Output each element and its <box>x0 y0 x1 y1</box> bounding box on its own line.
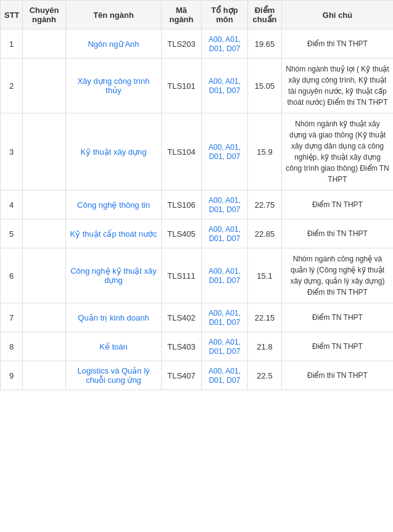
cell-stt: 4 <box>1 190 23 219</box>
col-header-ten-nganh: Tên ngành <box>66 1 162 30</box>
cell-ghi-chu: Nhóm ngành kỹ thuật xây dựng và giao thô… <box>282 113 394 190</box>
cell-to-hop-mon: A00, A01,D01, D07 <box>202 248 248 303</box>
to-hop-mon-value: A00, A01,D01, D07 <box>209 267 241 285</box>
cell-stt: 9 <box>1 361 23 390</box>
to-hop-mon-value: A00, A01,D01, D07 <box>209 77 241 95</box>
cell-ten-nganh[interactable]: Quản trị kinh doanh <box>66 303 162 332</box>
cell-chuyen-nganh <box>23 303 66 332</box>
cell-ten-nganh[interactable]: Xây dựng công trình thủy <box>66 59 162 113</box>
table-row: 8Kế toánTLS403A00, A01,D01, D0721.8Điểm … <box>1 332 394 361</box>
col-header-ma-nganh: Mã ngành <box>162 1 202 30</box>
to-hop-mon-value: A00, A01,D01, D07 <box>209 225 241 243</box>
cell-to-hop-mon: A00, A01,D01, D07 <box>202 59 248 113</box>
cell-diem-chuan: 22.85 <box>248 219 282 248</box>
cell-chuyen-nganh <box>23 361 66 390</box>
cell-stt: 6 <box>1 248 23 303</box>
cell-ma-nganh: TLS104 <box>162 113 202 190</box>
cell-ma-nganh: TLS101 <box>162 59 202 113</box>
ten-nganh-link[interactable]: Kế toán <box>99 342 128 351</box>
cell-stt: 5 <box>1 219 23 248</box>
cell-ten-nganh[interactable]: Công nghệ kỹ thuật xây dựng <box>66 248 162 303</box>
table-row: 6Công nghệ kỹ thuật xây dựngTLS111A00, A… <box>1 248 394 303</box>
cell-stt: 7 <box>1 303 23 332</box>
ten-nganh-link[interactable]: Quản trị kinh doanh <box>78 313 149 322</box>
cell-ghi-chu: Nhóm ngành công nghệ và quản lý (Công ng… <box>282 248 394 303</box>
cell-stt: 8 <box>1 332 23 361</box>
cell-ghi-chu: Điểm TN THPT <box>282 303 394 332</box>
ten-nganh-link[interactable]: Kỹ thuật cấp thoát nước <box>70 229 157 239</box>
cell-ma-nganh: TLS111 <box>162 248 202 303</box>
cell-to-hop-mon: A00, A01,D01, D07 <box>202 303 248 332</box>
cell-ten-nganh[interactable]: Kế toán <box>66 332 162 361</box>
cell-chuyen-nganh <box>23 30 66 59</box>
to-hop-mon-value: A00, A01,D01, D07 <box>209 196 241 214</box>
to-hop-mon-value: A00, A01,D01, D07 <box>209 309 241 327</box>
ten-nganh-link[interactable]: Công nghệ kỹ thuật xây dựng <box>70 266 157 285</box>
cell-chuyen-nganh <box>23 59 66 113</box>
cell-chuyen-nganh <box>23 248 66 303</box>
header-row: STT Chuyên ngành Tên ngành Mã ngành Tổ h… <box>1 1 394 30</box>
cell-chuyen-nganh <box>23 113 66 190</box>
table-row: 7Quản trị kinh doanhTLS402A00, A01,D01, … <box>1 303 394 332</box>
cell-stt: 3 <box>1 113 23 190</box>
to-hop-mon-value: A00, A01,D01, D07 <box>209 338 241 356</box>
cell-ghi-chu: Điểm thi TN THPT <box>282 219 394 248</box>
col-header-to-hop-mon: Tổ hợp môn <box>202 1 248 30</box>
table-row: 2Xây dựng công trình thủyTLS101A00, A01,… <box>1 59 394 113</box>
cell-diem-chuan: 22.15 <box>248 303 282 332</box>
cell-chuyen-nganh <box>23 332 66 361</box>
cell-to-hop-mon: A00, A01,D01, D07 <box>202 190 248 219</box>
cell-diem-chuan: 19.65 <box>248 30 282 59</box>
table-row: 1Ngôn ngữ AnhTLS203A00, A01,D01, D0719.6… <box>1 30 394 59</box>
cell-ma-nganh: TLS106 <box>162 190 202 219</box>
table-row: 9Logistics và Quản lý chuỗi cung ứngTLS4… <box>1 361 394 390</box>
cell-to-hop-mon: A00, A01,D01, D07 <box>202 361 248 390</box>
table-container: STT Chuyên ngành Tên ngành Mã ngành Tổ h… <box>0 0 393 390</box>
cell-to-hop-mon: A00, A01,D01, D07 <box>202 219 248 248</box>
cell-chuyen-nganh <box>23 190 66 219</box>
to-hop-mon-value: A00, A01,D01, D07 <box>209 143 241 161</box>
to-hop-mon-value: A00, A01,D01, D07 <box>209 35 241 53</box>
cell-ma-nganh: TLS405 <box>162 219 202 248</box>
cell-ma-nganh: TLS403 <box>162 332 202 361</box>
table-row: 3Kỹ thuật xây dựngTLS104A00, A01,D01, D0… <box>1 113 394 190</box>
cell-diem-chuan: 21.8 <box>248 332 282 361</box>
cell-to-hop-mon: A00, A01,D01, D07 <box>202 113 248 190</box>
cell-ten-nganh[interactable]: Ngôn ngữ Anh <box>66 30 162 59</box>
cell-to-hop-mon: A00, A01,D01, D07 <box>202 332 248 361</box>
cell-diem-chuan: 15.05 <box>248 59 282 113</box>
cell-ma-nganh: TLS407 <box>162 361 202 390</box>
cell-ma-nganh: TLS402 <box>162 303 202 332</box>
table-row: 5Kỹ thuật cấp thoát nướcTLS405A00, A01,D… <box>1 219 394 248</box>
cell-ten-nganh[interactable]: Kỹ thuật cấp thoát nước <box>66 219 162 248</box>
cell-ten-nganh[interactable]: Công nghệ thông tin <box>66 190 162 219</box>
cell-ghi-chu: Điểm TN THPT <box>282 332 394 361</box>
cell-ghi-chu: Điểm thi TN THPT <box>282 361 394 390</box>
ten-nganh-link[interactable]: Logistics và Quản lý chuỗi cung ứng <box>77 366 149 385</box>
main-table: STT Chuyên ngành Tên ngành Mã ngành Tổ h… <box>0 0 393 390</box>
cell-diem-chuan: 15.9 <box>248 113 282 190</box>
cell-ten-nganh[interactable]: Kỹ thuật xây dựng <box>66 113 162 190</box>
table-row: 4Công nghệ thông tinTLS106A00, A01,D01, … <box>1 190 394 219</box>
cell-diem-chuan: 15.1 <box>248 248 282 303</box>
cell-diem-chuan: 22.5 <box>248 361 282 390</box>
cell-stt: 1 <box>1 30 23 59</box>
ten-nganh-link[interactable]: Xây dựng công trình thủy <box>77 76 149 95</box>
cell-ghi-chu: Điểm thi TN THPT <box>282 30 394 59</box>
cell-ghi-chu: Điểm TN THPT <box>282 190 394 219</box>
cell-to-hop-mon: A00, A01,D01, D07 <box>202 30 248 59</box>
cell-ten-nganh[interactable]: Logistics và Quản lý chuỗi cung ứng <box>66 361 162 390</box>
col-header-chuyen-nganh: Chuyên ngành <box>23 1 66 30</box>
ten-nganh-link[interactable]: Công nghệ thông tin <box>77 200 150 210</box>
cell-ma-nganh: TLS203 <box>162 30 202 59</box>
col-header-stt: STT <box>1 1 23 30</box>
cell-stt: 2 <box>1 59 23 113</box>
col-header-ghi-chu: Ghi chú <box>282 1 394 30</box>
to-hop-mon-value: A00, A01,D01, D07 <box>209 367 241 385</box>
cell-diem-chuan: 22.75 <box>248 190 282 219</box>
ten-nganh-link[interactable]: Ngôn ngữ Anh <box>88 39 139 49</box>
cell-ghi-chu: Nhóm ngành thuỷ lợi ( Kỹ thuật xây dựng … <box>282 59 394 113</box>
cell-chuyen-nganh <box>23 219 66 248</box>
col-header-diem-chuan: Điểm chuẩn <box>248 1 282 30</box>
ten-nganh-link[interactable]: Kỹ thuật xây dựng <box>80 147 146 157</box>
